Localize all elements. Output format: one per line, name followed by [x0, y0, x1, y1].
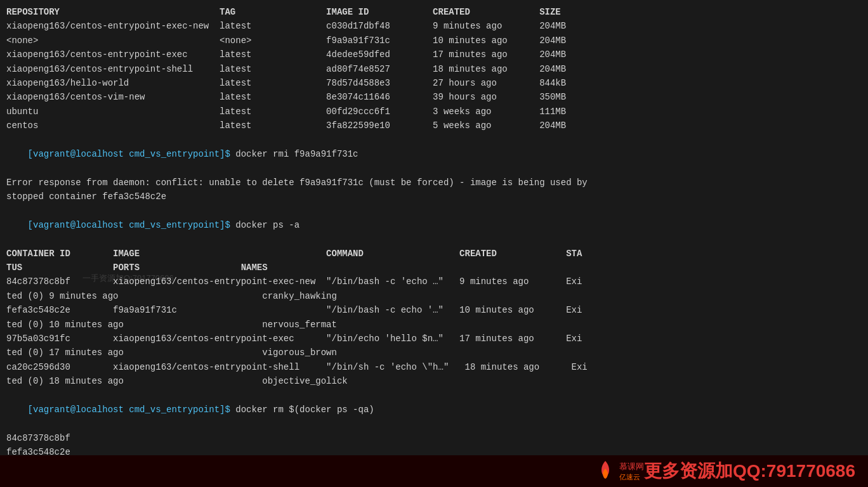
prompt-user-3: [vagrant@localhost cmd_vs_entrypoint]$: [28, 405, 230, 415]
command-text: docker rmi f9a9a91f731c: [230, 149, 358, 159]
command-text-3: docker rm $(docker ps -qa): [230, 405, 374, 415]
command-rm: [vagrant@localhost cmd_vs_entrypoint]$ d…: [6, 389, 862, 431]
bottom-logo: 慕课网 亿速云: [596, 460, 644, 483]
error-line-2: stopped container fefa3c548c2e: [6, 190, 862, 204]
image-row-8: centos latest 3fa822599e10 5 weeks ago 2…: [6, 119, 862, 133]
container-row-2b: ted (0) 10 minutes ago nervous_fermat: [6, 318, 862, 332]
image-row-7: ubuntu latest 00fd29ccc6f1 3 weeks ago 1…: [6, 105, 862, 119]
container-row-3b: ted (0) 17 minutes ago vigorous_brown: [6, 346, 862, 360]
ps-header-1: CONTAINER ID IMAGE COMMAND CREATED STA: [6, 247, 862, 261]
image-row-4: xiaopeng163/centos-entrypoint-shell late…: [6, 62, 862, 76]
image-row-3: xiaopeng163/centos-entrypoint-exec lates…: [6, 48, 862, 62]
bottom-bar-text: 更多资源加QQ:791770686: [644, 459, 855, 483]
container-row-4a: ca20c2596d30 xiaopeng163/centos-entrypoi…: [6, 360, 862, 374]
image-row-2: <none> <none> f9a9a91f731c 10 minutes ag…: [6, 34, 862, 48]
container-row-4b: ted (0) 18 minutes ago objective_golick: [6, 374, 862, 388]
command-ps: [vagrant@localhost cmd_vs_entrypoint]$ d…: [6, 204, 862, 246]
container-row-1b: ted (0) 9 minutes ago cranky_hawking: [6, 289, 862, 303]
prompt-user-2: [vagrant@localhost cmd_vs_entrypoint]$: [28, 220, 230, 230]
terminal: REPOSITORY TAG IMAGE ID CREATED SIZE xia…: [0, 0, 868, 487]
image-row-5: xiaopeng163/hello-world latest 78d57d458…: [6, 76, 862, 90]
bottom-bar: 慕课网 亿速云 更多资源加QQ:791770686: [0, 455, 868, 487]
flame-icon: [596, 460, 614, 483]
image-row-1: xiaopeng163/centos-entrypoint-exec-new l…: [6, 19, 862, 33]
isudu-label: 亿速云: [619, 472, 640, 482]
image-row-6: xiaopeng163/centos-vim-new latest 8e3074…: [6, 90, 862, 104]
container-row-2a: fefa3c548c2e f9a9a91f731c "/bin/bash -c …: [6, 303, 862, 317]
images-header: REPOSITORY TAG IMAGE ID CREATED SIZE: [6, 5, 862, 19]
command-text-2: docker ps -a: [230, 220, 299, 230]
mukedang-label: 慕课网: [619, 461, 644, 472]
prompt-user: [vagrant@localhost cmd_vs_entrypoint]$: [28, 149, 230, 159]
ps-header-2: TUS PORTS NAMES: [6, 261, 862, 275]
container-id-1: 84c87378c8bf: [6, 431, 862, 445]
container-row-3a: 97b5a03c91fc xiaopeng163/centos-entrypoi…: [6, 332, 862, 346]
command-rmi: [vagrant@localhost cmd_vs_entrypoint]$ d…: [6, 133, 862, 176]
error-line-1: Error response from daemon: conflict: un…: [6, 176, 862, 190]
container-row-1a: 84c87378c8bf xiaopeng163/centos-entrypoi…: [6, 275, 862, 289]
